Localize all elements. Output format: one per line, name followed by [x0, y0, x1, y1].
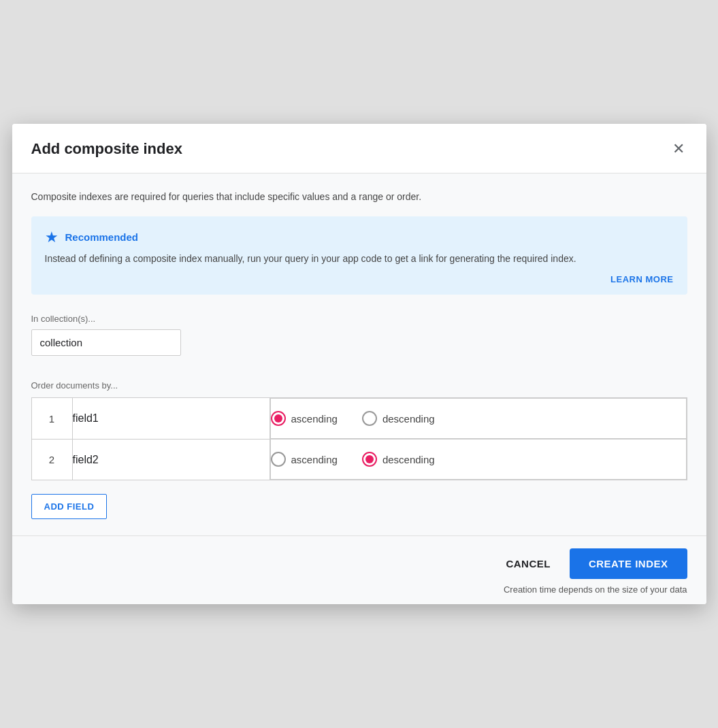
order-section: Order documents by... 1 field1 ascending	[31, 380, 687, 535]
descending-option-2[interactable]: descending	[362, 452, 435, 467]
rec-header: ★ Recommended	[45, 229, 674, 246]
learn-more-row: LEARN MORE	[45, 273, 674, 285]
descending-label-2: descending	[382, 454, 435, 465]
close-button[interactable]: ✕	[670, 137, 687, 161]
description-text: Composite indexes are required for queri…	[31, 190, 687, 204]
field-name-2: field2	[72, 439, 270, 480]
ascending-option-1[interactable]: ascending	[271, 411, 338, 426]
dialog-header: Add composite index ✕	[12, 124, 706, 173]
ascending-label-1: ascending	[291, 413, 338, 425]
row-number-1: 1	[31, 398, 72, 440]
rec-title: Recommended	[65, 231, 139, 243]
collection-label: In collection(s)...	[31, 314, 687, 324]
recommendation-box: ★ Recommended Instead of defining a comp…	[31, 216, 687, 295]
collection-input[interactable]	[31, 329, 181, 356]
ascending-label-2: ascending	[291, 454, 338, 465]
ascending-option-2[interactable]: ascending	[271, 452, 338, 467]
field-options-1: ascending descending	[270, 398, 687, 439]
table-row: 1 field1 ascending descending	[31, 398, 687, 440]
close-icon: ✕	[672, 140, 685, 158]
table-row: 2 field2 ascending descending	[31, 439, 687, 480]
field-options-2: ascending descending	[270, 439, 687, 480]
dialog-body: Composite indexes are required for queri…	[12, 173, 706, 537]
dialog-title: Add composite index	[31, 140, 182, 158]
rec-body: Instead of defining a composite index ma…	[45, 252, 674, 267]
descending-label-1: descending	[382, 413, 435, 425]
row-number-2: 2	[31, 439, 72, 480]
descending-radio-2[interactable]	[362, 452, 377, 467]
add-composite-index-dialog: Add composite index ✕ Composite indexes …	[12, 124, 706, 605]
star-icon: ★	[45, 229, 59, 246]
descending-radio-1[interactable]	[362, 411, 377, 426]
create-index-button[interactable]: CREATE INDEX	[570, 548, 687, 579]
footer-buttons: CANCEL CREATE INDEX	[489, 548, 687, 579]
fields-table: 1 field1 ascending descending	[31, 397, 687, 480]
add-field-button[interactable]: ADD FIELD	[31, 494, 108, 519]
field-name-1: field1	[72, 398, 270, 440]
descending-option-1[interactable]: descending	[362, 411, 435, 426]
ascending-radio-1[interactable]	[271, 411, 286, 426]
footer-note: Creation time depends on the size of you…	[504, 584, 687, 595]
cancel-button[interactable]: CANCEL	[489, 548, 567, 579]
learn-more-button[interactable]: LEARN MORE	[610, 274, 673, 284]
order-label: Order documents by...	[31, 380, 687, 391]
ascending-radio-2[interactable]	[271, 452, 286, 467]
dialog-footer: CANCEL CREATE INDEX Creation time depend…	[12, 536, 706, 604]
